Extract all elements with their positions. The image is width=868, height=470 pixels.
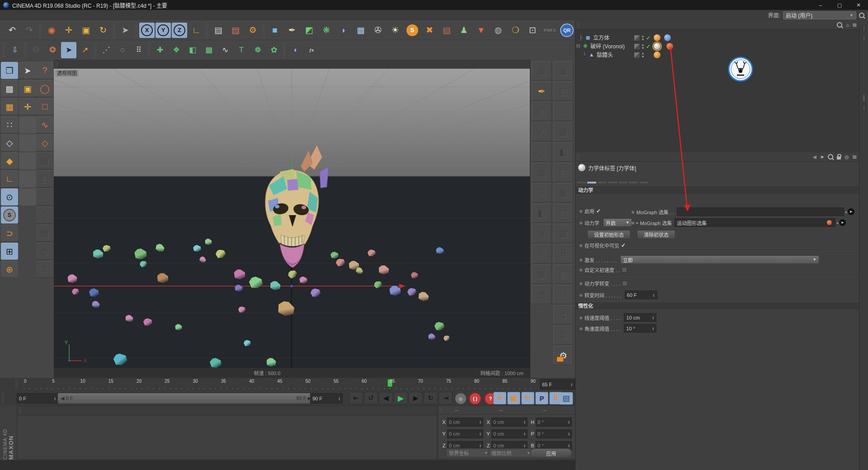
- sculpt-button[interactable]: ◖: [288, 42, 303, 58]
- drag-handle[interactable]: [439, 407, 442, 413]
- palette-button[interactable]: ⠿: [36, 261, 53, 278]
- scale-x-field[interactable]: 0 cm▲▼: [491, 418, 528, 427]
- rotation-p-field[interactable]: 0 °▲▼: [536, 429, 572, 438]
- tweak-mode-button[interactable]: ➤: [61, 42, 76, 58]
- modeling-button[interactable]: ▦: [553, 61, 573, 80]
- point-sphere-button[interactable]: ❂: [45, 42, 60, 58]
- angular-threshold-field[interactable]: 10 ° ▲▼: [624, 324, 656, 333]
- modeling-button[interactable]: ▦: [553, 122, 573, 141]
- keyframe-circle-icon[interactable]: ◉: [579, 243, 583, 248]
- maximize-button[interactable]: ▢: [830, 0, 849, 10]
- mograph-selection-1-field[interactable]: [677, 207, 844, 216]
- autokey-film-button[interactable]: ▤: [559, 392, 573, 404]
- metaball-button[interactable]: ◗: [335, 22, 352, 39]
- close-button[interactable]: ✕: [849, 0, 868, 10]
- modeling-button[interactable]: □: [553, 102, 573, 121]
- key-scale-button[interactable]: ▣: [507, 392, 520, 404]
- modeling-button[interactable]: ▦: [532, 163, 552, 182]
- lock-z-axis-button[interactable]: Z: [172, 23, 187, 38]
- palette-button[interactable]: ◇: [36, 207, 53, 224]
- key-parameter-button[interactable]: P: [535, 392, 548, 404]
- array-generator-button[interactable]: ❋: [318, 22, 335, 39]
- modeling-button[interactable]: □: [553, 285, 573, 304]
- attribute-tab[interactable]: [587, 181, 597, 183]
- frame-tool[interactable]: ▣: [19, 80, 36, 97]
- drag-handle[interactable]: [577, 154, 580, 160]
- extrude-button[interactable]: ◧: [185, 42, 200, 58]
- modeling-button[interactable]: ≣: [553, 325, 573, 345]
- render-settings-button[interactable]: ⚙: [245, 22, 261, 39]
- previous-frame-button[interactable]: ◀: [379, 392, 393, 404]
- rectangle-selection-tool[interactable]: □: [36, 98, 53, 115]
- circle-points-button[interactable]: ◌: [115, 42, 130, 58]
- mograph-selection-tag-icon[interactable]: [654, 43, 660, 50]
- drag-handle[interactable]: [577, 22, 580, 28]
- next-key-button[interactable]: ↻: [424, 392, 438, 404]
- palette-button[interactable]: [19, 116, 36, 133]
- keyframe-circle-icon[interactable]: ◉: [631, 210, 635, 214]
- move-tool[interactable]: ✛: [19, 98, 36, 115]
- text-spline-button[interactable]: T: [234, 42, 249, 58]
- palette-button[interactable]: ▤: [36, 170, 53, 188]
- joint-tool-button[interactable]: ⚇: [28, 42, 44, 58]
- palette-button[interactable]: ◍: [36, 243, 53, 260]
- modeling-button[interactable]: ⠿: [553, 244, 573, 263]
- apply-button[interactable]: 应用: [530, 448, 572, 458]
- coordinate-system-dropdown[interactable]: 世界坐标▼: [446, 448, 491, 457]
- attribute-tab[interactable]: [576, 181, 586, 183]
- attribute-tab[interactable]: [628, 181, 638, 183]
- modeling-button[interactable]: ▤: [553, 203, 573, 223]
- modeling-settings-button[interactable]: ⚙: [553, 346, 573, 365]
- keyframe-circle-icon[interactable]: ◉: [579, 326, 583, 331]
- modeling-button[interactable]: □: [532, 183, 552, 202]
- range-start-field[interactable]: 0 F ▲▼: [17, 393, 58, 404]
- lock-x-axis-button[interactable]: X: [139, 23, 155, 38]
- polygon-selection-tool[interactable]: ◇: [36, 134, 53, 151]
- modeling-button[interactable]: ◧: [532, 203, 552, 223]
- edges-mode-button[interactable]: ◇: [1, 134, 18, 151]
- attribute-tab[interactable]: [608, 181, 618, 183]
- quick-render-button[interactable]: QR: [559, 22, 575, 39]
- drag-handle[interactable]: [15, 379, 18, 389]
- scale-mode-dropdown[interactable]: 缩放比例▼: [489, 448, 533, 457]
- om-search-icon[interactable]: [837, 22, 842, 28]
- current-frame-field[interactable]: 65 F ▲▼: [540, 379, 575, 390]
- keyframe-circle-icon[interactable]: ◉: [579, 258, 583, 262]
- workplane-lock-button[interactable]: ⊞: [1, 243, 18, 260]
- camera-button[interactable]: ✇: [370, 22, 386, 39]
- model-mode-button[interactable]: ❒: [1, 62, 18, 79]
- viewport-scene[interactable]: 透视视图 Y X: [54, 69, 530, 368]
- modeling-button[interactable]: ▤: [553, 163, 573, 182]
- linear-threshold-field[interactable]: 10 cm ▲▼: [624, 313, 656, 322]
- modeling-button[interactable]: ▦: [532, 264, 552, 284]
- texture-mode-button[interactable]: ▩: [1, 80, 18, 97]
- modeling-button[interactable]: ▦: [553, 224, 573, 243]
- sweep-button[interactable]: ❁: [250, 42, 265, 58]
- trigger-dropdown[interactable]: 立即▼: [620, 255, 819, 264]
- transition-time-field[interactable]: 60 F ▲▼: [625, 291, 657, 299]
- xpresso-button[interactable]: ⊡: [524, 22, 541, 39]
- subdivision-surface-button[interactable]: ◩: [301, 22, 317, 39]
- pick-object-icon[interactable]: ➤: [848, 208, 854, 215]
- primitive-cube-button[interactable]: ■: [267, 22, 283, 39]
- dock-tab[interactable]: [863, 34, 865, 42]
- keyframe-circle-icon[interactable]: ◉: [579, 281, 583, 286]
- range-end-field[interactable]: 90 F ▲▼: [310, 393, 343, 404]
- knife-tool-button[interactable]: ✒: [532, 81, 552, 101]
- cloner-button[interactable]: ❍: [507, 22, 524, 39]
- render-picture-viewer-button[interactable]: ▤: [227, 22, 244, 39]
- timeline-ruler[interactable]: 051015202530354045505560657075808590: [20, 378, 536, 391]
- object-name[interactable]: 破碎 (Voronoi): [590, 42, 625, 50]
- go-to-end-button[interactable]: ⇥: [439, 392, 453, 404]
- tweak-selection-tool[interactable]: ➤: [19, 62, 36, 79]
- workplane-mode-button[interactable]: ▦: [1, 98, 18, 115]
- wire-cube-button[interactable]: ▩: [201, 42, 217, 58]
- dynamics-body-tag-icon[interactable]: [664, 34, 671, 41]
- pick-object-icon[interactable]: ➤: [839, 219, 846, 226]
- hierarchy-button[interactable]: ⇩: [7, 42, 23, 58]
- live-selection-button[interactable]: ◉: [43, 22, 60, 39]
- target-icon[interactable]: ◎: [844, 154, 849, 160]
- modeling-button[interactable]: ⋔: [532, 224, 552, 243]
- om-home-icon[interactable]: ⌂: [846, 22, 849, 28]
- dynamics-body-tag-icon[interactable]: [666, 43, 673, 50]
